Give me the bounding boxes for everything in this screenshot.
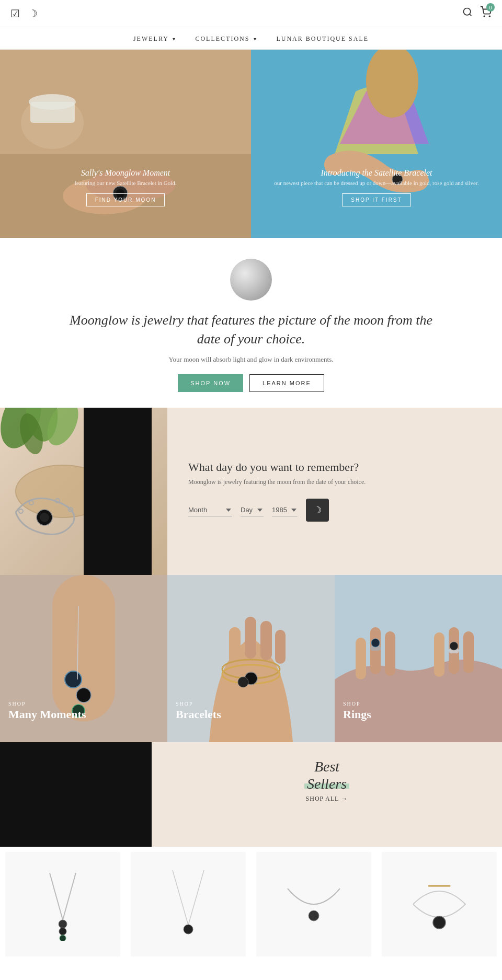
nav-collections[interactable]: COLLECTIONS ▾ bbox=[195, 35, 257, 43]
product-img-1 bbox=[5, 852, 120, 956]
search-icon[interactable] bbox=[462, 7, 473, 20]
product-item-1[interactable] bbox=[0, 852, 126, 956]
date-section: What day do you want to remember? Moongl… bbox=[0, 408, 502, 575]
shop-cat-rings[interactable]: SHOP Rings bbox=[335, 575, 502, 742]
hero-section: Sally's Moonglow Moment featuring our ne… bbox=[0, 50, 502, 238]
moon-headline: Moonglow is jewelry that features the pi… bbox=[10, 311, 492, 349]
svg-line-58 bbox=[173, 870, 188, 925]
date-description: Moonglow is jewelry featuring the moon f… bbox=[188, 478, 481, 486]
shop-categories: SHOP Many Moments SHOP Bracelets bbox=[0, 575, 502, 742]
svg-rect-36 bbox=[260, 621, 272, 660]
nav-sale[interactable]: LUNAR BOUTIQUE SALE bbox=[276, 35, 369, 43]
svg-rect-48 bbox=[434, 632, 444, 677]
date-section-right: What day do you want to remember? Moongl… bbox=[167, 408, 502, 575]
svg-rect-37 bbox=[275, 630, 286, 664]
svg-line-53 bbox=[50, 873, 63, 920]
shop-cat-many-moments[interactable]: SHOP Many Moments bbox=[0, 575, 167, 742]
shop-all-link[interactable]: SHOP ALL → bbox=[306, 795, 348, 803]
month-select[interactable]: Month JanuaryFebruaryMarch AprilMayJune … bbox=[188, 504, 232, 516]
moon-section: Moonglow is jewelry that features the pi… bbox=[0, 238, 502, 408]
svg-point-30 bbox=[76, 688, 91, 702]
header-left-icons: ☑ ☽ bbox=[10, 7, 38, 20]
hero-panel-left: Sally's Moonglow Moment featuring our ne… bbox=[0, 50, 251, 238]
product-img-2 bbox=[131, 852, 246, 956]
svg-rect-8 bbox=[30, 102, 75, 123]
day-select[interactable]: Day for(let i=1;i<=31;i++) document.writ… bbox=[241, 504, 264, 516]
bottom-composite: Best Sellers SHOP ALL → bbox=[0, 742, 502, 847]
best-sellers-content: Best Sellers SHOP ALL → bbox=[152, 742, 502, 847]
svg-rect-34 bbox=[229, 627, 241, 664]
product-item-2[interactable] bbox=[126, 852, 251, 956]
svg-point-55 bbox=[59, 920, 67, 928]
svg-point-29 bbox=[65, 671, 82, 688]
svg-rect-45 bbox=[385, 631, 395, 676]
nav-jewelry-arrow: ▾ bbox=[173, 36, 176, 42]
year-select[interactable]: 1985 for(let y=1900;y<=2024;y++) { if(y!… bbox=[272, 504, 298, 516]
bottom-black-left bbox=[0, 742, 84, 847]
moon-subtext: Your moon will absorb light and glow in … bbox=[10, 355, 492, 364]
hero-right-text: Introducing the Satellite Bracelet our n… bbox=[264, 168, 489, 206]
moon-image bbox=[230, 259, 272, 301]
product-img-3 bbox=[256, 852, 371, 956]
date-question: What day do you want to remember? bbox=[188, 460, 481, 474]
svg-rect-50 bbox=[463, 631, 474, 673]
hero-right-subtitle: our newest piece that can be dressed up … bbox=[264, 180, 489, 186]
svg-rect-35 bbox=[245, 617, 256, 659]
user-icon[interactable]: ☑ bbox=[10, 7, 20, 20]
bottom-cream-gap bbox=[84, 742, 152, 847]
shop-cat-bracelets-label: SHOP Bracelets bbox=[176, 701, 221, 721]
moon-buttons: SHOP NOW LEARN MORE bbox=[10, 374, 492, 392]
product-item-3[interactable] bbox=[251, 852, 376, 956]
bottom-black-mid bbox=[84, 742, 152, 847]
svg-point-57 bbox=[60, 935, 66, 941]
hero-left-title: Sally's Moonglow Moment bbox=[13, 168, 238, 178]
moon-dark-button[interactable]: ☽ bbox=[306, 499, 329, 522]
best-sellers-title-line2: Sellers bbox=[307, 775, 347, 793]
svg-point-2 bbox=[484, 16, 485, 17]
svg-rect-43 bbox=[356, 638, 366, 679]
hero-right-title: Introducing the Satellite Bracelet bbox=[264, 168, 489, 178]
svg-point-61 bbox=[309, 910, 319, 921]
svg-point-52 bbox=[450, 642, 458, 650]
svg-point-3 bbox=[489, 16, 490, 17]
cart-icon[interactable]: 0 bbox=[480, 6, 492, 20]
hero-left-text: Sally's Moonglow Moment featuring our ne… bbox=[13, 168, 238, 206]
nav-jewelry[interactable]: JEWELRY ▾ bbox=[133, 35, 177, 43]
product-grid bbox=[0, 847, 502, 967]
svg-point-47 bbox=[371, 639, 380, 647]
date-section-left-image bbox=[0, 408, 167, 575]
header: ☑ ☽ 0 bbox=[0, 0, 502, 27]
best-sellers-title-line1: Best bbox=[307, 758, 347, 776]
nav-collections-arrow: ▾ bbox=[254, 36, 257, 42]
hero-left-image bbox=[0, 50, 251, 238]
best-sellers-header: Best Sellers SHOP ALL → bbox=[173, 758, 481, 803]
date-selectors: Month JanuaryFebruaryMarch AprilMayJune … bbox=[188, 499, 481, 522]
svg-line-1 bbox=[470, 14, 472, 16]
svg-line-54 bbox=[63, 873, 76, 920]
svg-point-41 bbox=[238, 677, 248, 687]
svg-point-56 bbox=[59, 928, 66, 935]
svg-point-60 bbox=[184, 925, 193, 934]
shop-cat-rings-label: SHOP Rings bbox=[343, 701, 371, 721]
hero-left-button[interactable]: FIND YOUR MOON bbox=[86, 193, 165, 206]
learn-more-button[interactable]: LEARN MORE bbox=[249, 374, 324, 392]
hero-right-image bbox=[251, 50, 502, 238]
svg-line-59 bbox=[188, 870, 204, 925]
svg-point-22 bbox=[40, 513, 49, 522]
svg-point-0 bbox=[464, 8, 471, 15]
svg-point-23 bbox=[19, 509, 23, 513]
shop-cat-many-moments-label: SHOP Many Moments bbox=[8, 701, 86, 721]
shop-cat-bracelets[interactable]: SHOP Bracelets bbox=[167, 575, 335, 742]
hero-right-button[interactable]: SHOP IT FIRST bbox=[342, 193, 410, 206]
product-img-4 bbox=[382, 852, 497, 956]
main-nav: JEWELRY ▾ COLLECTIONS ▾ LUNAR BOUTIQUE S… bbox=[0, 27, 502, 50]
header-right-icons: 0 bbox=[462, 6, 492, 20]
shop-now-button[interactable]: SHOP NOW bbox=[178, 374, 243, 392]
cart-count: 0 bbox=[486, 3, 495, 11]
hero-panel-right: Introducing the Satellite Bracelet our n… bbox=[251, 50, 502, 238]
product-item-4[interactable] bbox=[376, 852, 502, 956]
hero-left-subtitle: featuring our new Satellite Bracelet in … bbox=[13, 180, 238, 186]
moon-mode-icon[interactable]: ☽ bbox=[28, 7, 38, 20]
arrow-right-icon: → bbox=[341, 795, 348, 803]
best-sellers-title-wrap: Best Sellers bbox=[307, 758, 347, 793]
